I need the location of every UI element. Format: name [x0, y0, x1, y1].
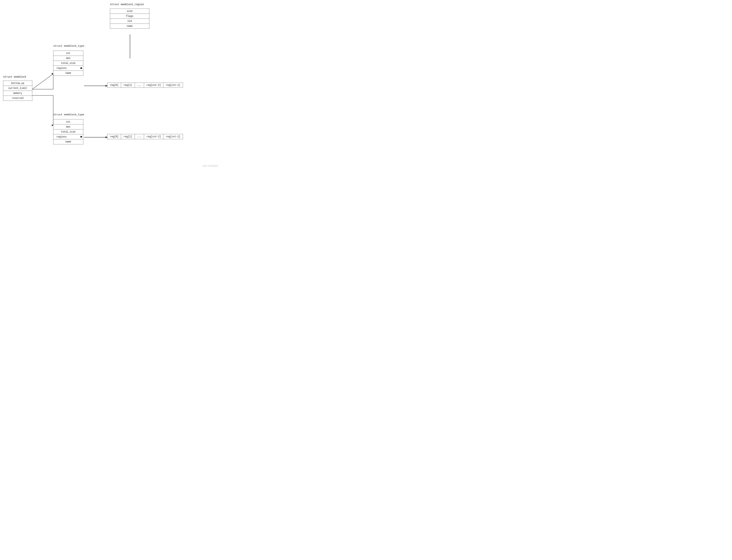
dot-bottom — [80, 136, 82, 138]
memblock-box: bottom_up current_limit memory reserved — [3, 81, 32, 101]
regions-label-top: regions — [56, 67, 67, 70]
cell-memory: memory — [3, 91, 32, 96]
svg-marker-9 — [106, 85, 107, 87]
cell-nid: nid — [110, 19, 149, 24]
regions-label-bottom: regions — [56, 135, 67, 138]
cell-total-size-top: total_size — [53, 61, 83, 66]
cell-size: size — [110, 9, 149, 14]
memblock-region-box: size flags nid name — [110, 9, 149, 29]
cell-total-size-bottom: total_size — [53, 129, 83, 134]
cell-max-bottom: max — [53, 124, 83, 129]
reg-cnt1-bottom: reg[cnt-1] — [163, 134, 183, 139]
reg-cnt2-bottom: reg[cnt-2] — [144, 134, 163, 139]
dot-top — [80, 67, 82, 69]
reg-0-bottom: reg[0] — [107, 134, 121, 139]
reg-cnt1-top: reg[cnt-1] — [163, 83, 183, 88]
cell-max-top: max — [53, 56, 83, 61]
svg-marker-11 — [106, 136, 107, 138]
cell-name-region: name — [110, 24, 149, 28]
memblock-type-bottom-box: cnt max total_size regions name — [53, 119, 83, 144]
cell-flags: flags — [110, 14, 149, 19]
memblock-region-label: struct memblock_region — [110, 3, 144, 6]
reg-dots-top: ... — [135, 83, 144, 88]
memblock-type-top-box: cnt max total_size regions name — [53, 51, 83, 76]
cell-name-bottom: name — [53, 139, 83, 144]
cell-bottom-up: bottom_up — [3, 81, 32, 86]
reg-array-top: reg[0] reg[1] ... reg[cnt-2] reg[cnt-1] — [107, 83, 183, 88]
diagram-container: struct memblock_region size flags nid na… — [0, 0, 220, 168]
memblock-label: struct memblock — [3, 76, 26, 78]
reg-1-bottom: reg[1] — [121, 134, 135, 139]
reg-cnt2-top: reg[cnt-2] — [144, 83, 163, 88]
memblock-type-top-label: struct memblock_type — [53, 45, 84, 48]
reg-dots-bottom: ... — [135, 134, 144, 139]
reg-0-top: reg[0] — [107, 83, 121, 88]
cell-regions-bottom: regions — [53, 134, 83, 139]
watermark: CSDN-学内容版权所 — [203, 165, 218, 167]
svg-marker-7 — [52, 124, 53, 126]
cell-cnt-top: cnt — [53, 51, 83, 56]
cell-cnt-bottom: cnt — [53, 119, 83, 124]
cell-reserved: reserved — [3, 96, 32, 101]
cell-current-limit: current_limit — [3, 86, 32, 91]
cell-name-top: name — [53, 71, 83, 76]
cell-regions-top: regions — [53, 66, 83, 71]
svg-line-1 — [32, 74, 53, 89]
memblock-type-bottom-label: struct memblock_type — [53, 113, 84, 116]
reg-1-top: reg[1] — [121, 83, 135, 88]
svg-marker-4 — [52, 73, 53, 75]
reg-array-bottom: reg[0] reg[1] ... reg[cnt-2] reg[cnt-1] — [107, 134, 183, 139]
